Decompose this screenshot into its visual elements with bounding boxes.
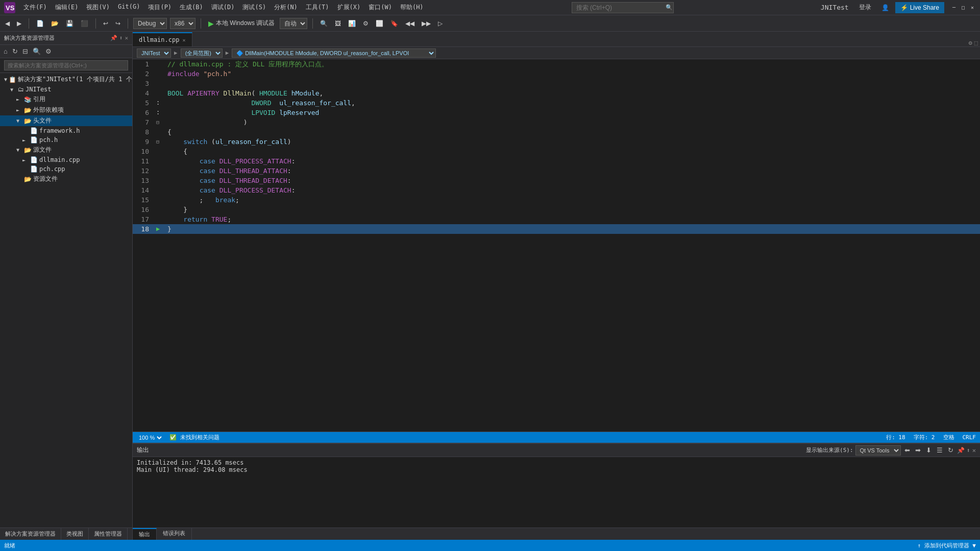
- close-button[interactable]: ✕: [969, 4, 976, 11]
- sidebar-title: 解决方案资源管理器: [4, 34, 55, 42]
- menu-extensions[interactable]: 扩展(X): [333, 1, 365, 14]
- toolbar-btn5[interactable]: ◀◀: [403, 19, 416, 28]
- login-button[interactable]: 登录: [855, 1, 875, 14]
- output-float-icon[interactable]: ⬆: [967, 447, 970, 454]
- output-tab-errorlist[interactable]: 错误列表: [157, 528, 192, 540]
- sidebar-search-input[interactable]: [4, 60, 128, 70]
- output-toolbar: 显示输出来源(S): Qt VS Tools ⬅ ➡ ⬇ ☰ ↻ 📌 ⬆ ✕: [806, 445, 976, 456]
- output-close-icon[interactable]: ✕: [972, 447, 976, 454]
- menu-edit[interactable]: 编辑(E): [51, 1, 83, 14]
- toolbar-btn7[interactable]: ▷: [436, 19, 445, 28]
- menu-analyze[interactable]: 分析(N): [270, 1, 302, 14]
- toolbar-img1[interactable]: 🖼: [333, 19, 343, 28]
- nav-global-select[interactable]: (全局范围): [181, 49, 223, 58]
- line-num-18: 18: [133, 224, 155, 234]
- output-pin-icon[interactable]: 📌: [957, 447, 965, 454]
- sidebar-refresh-btn[interactable]: ↻: [11, 46, 19, 56]
- tree-item-sources[interactable]: ▼ 📂 源文件: [0, 145, 132, 155]
- editor-split-icon[interactable]: ⬚: [974, 39, 978, 46]
- solution-expand-icon: ▼: [4, 77, 7, 82]
- output-tab-output[interactable]: 输出: [133, 528, 157, 540]
- tree-item-pch-cpp[interactable]: 📄 pch.cpp: [0, 164, 132, 174]
- menu-git[interactable]: Git(G): [114, 1, 144, 14]
- sidebar-pin-icon[interactable]: 📌: [110, 35, 117, 41]
- toolbar-open[interactable]: 📂: [49, 19, 61, 28]
- sidebar-collapse-btn[interactable]: ⊟: [21, 46, 30, 56]
- sidebar-settings-btn[interactable]: ⚙: [44, 46, 53, 56]
- toolbar-new[interactable]: 📄: [34, 19, 46, 28]
- toolbar-back[interactable]: ◀: [3, 19, 12, 28]
- minimize-button[interactable]: ─: [950, 4, 958, 11]
- tab-close-icon[interactable]: ✕: [182, 37, 185, 43]
- debug-config-select[interactable]: Debug: [133, 18, 167, 29]
- tree-item-references[interactable]: ► 📚 引用: [0, 94, 132, 105]
- tab-dllmain-cpp[interactable]: dllmain.cpp ✕: [133, 32, 192, 46]
- tree-item-resources[interactable]: 📂 资源文件: [0, 174, 132, 184]
- sidebar-tab-props[interactable]: 属性管理器: [89, 528, 128, 540]
- menu-build[interactable]: 生成(B): [176, 1, 207, 14]
- sidebar-float-icon[interactable]: ⬆: [119, 35, 123, 41]
- run-mode-select[interactable]: 自动: [280, 18, 307, 29]
- tree-item-project[interactable]: ▼ 🗂 JNITest: [0, 85, 132, 94]
- toolbar-save[interactable]: 💾: [64, 19, 76, 28]
- tree-item-pch-h[interactable]: ► 📄 pch.h: [0, 135, 132, 145]
- menu-window[interactable]: 窗口(W): [364, 1, 396, 14]
- tree-item-solution[interactable]: ▼ 📋 解决方案"JNITest"(1 个项目/共 1 个): [0, 74, 132, 85]
- sidebar-close-icon[interactable]: ✕: [125, 35, 128, 41]
- sidebar-home-btn[interactable]: ⌂: [2, 46, 9, 56]
- nav-scope-select[interactable]: JNITest: [137, 49, 171, 58]
- toolbar-btn1[interactable]: 📊: [346, 19, 358, 28]
- tree-item-framework-h[interactable]: 📄 framework.h: [0, 126, 132, 135]
- toolbar-sep-1: [29, 18, 29, 29]
- line-content-15: ; break;: [165, 195, 980, 205]
- editor-tab-settings-icon[interactable]: ⚙: [969, 39, 972, 46]
- output-btn-2[interactable]: ➡: [914, 446, 922, 454]
- sidebar-filter-btn[interactable]: 🔍: [31, 46, 42, 56]
- output-btn-3[interactable]: ⬇: [924, 446, 933, 454]
- output-btn-1[interactable]: ⬅: [903, 446, 912, 454]
- run-button[interactable]: ▶ 本地 Windows 调试器: [206, 18, 277, 29]
- menu-view[interactable]: 视图(V): [82, 1, 114, 14]
- nav-func-select[interactable]: 🔷 DllMain(HMODULE hModule, DWORD ul_reas…: [232, 49, 436, 58]
- toolbar-btn3[interactable]: ⬜: [374, 19, 385, 28]
- menu-test[interactable]: 测试(S): [238, 1, 270, 14]
- toolbar-forward[interactable]: ▶: [15, 19, 23, 28]
- output-wrap-btn[interactable]: ↻: [946, 446, 955, 454]
- menu-help[interactable]: 帮助(H): [396, 1, 428, 14]
- toolbar-undo[interactable]: ↩: [101, 19, 110, 28]
- zoom-select[interactable]: 100 %: [137, 434, 163, 441]
- toolbar-btn4[interactable]: 🔖: [388, 19, 400, 28]
- toolbar-save-all[interactable]: ⬛: [79, 19, 90, 28]
- menu-debug[interactable]: 调试(D): [207, 1, 239, 14]
- global-search-input[interactable]: [572, 2, 674, 13]
- toolbar-btn2[interactable]: ⚙: [361, 19, 371, 28]
- collapse-9[interactable]: ⊟: [156, 139, 159, 145]
- toolbar-redo[interactable]: ↪: [113, 19, 122, 28]
- tree-item-external-deps[interactable]: ► 📂 外部依赖项: [0, 105, 132, 115]
- sidebar-tab-classview[interactable]: 类视图: [61, 528, 89, 540]
- line-content-7: ): [165, 117, 980, 127]
- maximize-button[interactable]: □: [960, 4, 967, 11]
- platform-select[interactable]: x86: [170, 18, 195, 29]
- output-source-select[interactable]: Qt VS Tools: [855, 445, 901, 456]
- output-clear-btn[interactable]: ☰: [935, 446, 944, 454]
- sidebar-tab-solution[interactable]: 解决方案资源管理器: [0, 528, 61, 540]
- live-share-button[interactable]: ⚡ Live Share: [895, 2, 944, 13]
- collapse-7[interactable]: ⊟: [156, 119, 159, 125]
- code-editor[interactable]: 1 // dllmain.cpp : 定义 DLL 应用程序的入口点。 2 #i…: [133, 59, 980, 432]
- tree-item-dllmain-cpp[interactable]: ► 📄 dllmain.cpp: [0, 155, 132, 164]
- menu-tools[interactable]: 工具(T): [302, 1, 333, 14]
- project-expand-icon: ▼: [10, 87, 16, 92]
- tree-item-headers[interactable]: ▼ 📂 头文件: [0, 115, 132, 126]
- pch-h-icon: 📄: [30, 136, 38, 143]
- toolbar-search-btn[interactable]: 🔍: [318, 19, 330, 28]
- menu-project[interactable]: 项目(P): [144, 1, 176, 14]
- status-add-code[interactable]: ↑ 添加到代码管理器 ▼: [918, 542, 976, 549]
- framework-h-label: framework.h: [39, 127, 80, 134]
- toolbar-btn6[interactable]: ▶▶: [420, 19, 433, 28]
- output-source-label: 显示输出来源(S):: [806, 446, 853, 454]
- no-issues-badge: ✅ 未找到相关问题: [169, 434, 219, 441]
- line-num-11: 11: [133, 156, 155, 166]
- title-bar: VS 文件(F) 编辑(E) 视图(V) Git(G) 项目(P) 生成(B) …: [0, 0, 980, 15]
- menu-file[interactable]: 文件(F): [19, 1, 51, 14]
